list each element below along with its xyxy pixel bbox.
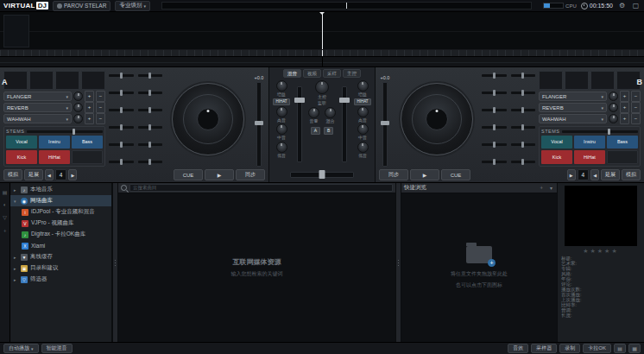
settings-gear-icon[interactable]: ⚙ [617, 2, 627, 9]
stem-filter-b-button[interactable]: HIHAT [354, 98, 370, 105]
stem-pad-instru[interactable]: Instru [39, 136, 70, 149]
mixer-tab-sampler[interactable]: 采样 [323, 69, 341, 78]
play-button[interactable]: ▶ [205, 169, 234, 180]
fx-plus-button[interactable]: + [620, 102, 629, 113]
fx-slider[interactable] [138, 143, 163, 146]
fx-minus-button[interactable]: − [631, 113, 641, 124]
fx-slider[interactable] [109, 126, 134, 129]
fx-amount-knob[interactable] [73, 92, 83, 101]
stem-filter-a-button[interactable]: HIHAT [273, 98, 289, 105]
jog-wheel[interactable] [172, 83, 244, 155]
gain-knob-a[interactable] [276, 80, 287, 92]
expand-arrow-icon[interactable]: ▸ [14, 266, 18, 271]
fx-slider[interactable] [511, 109, 536, 111]
fullscreen-icon[interactable]: ▢ [631, 2, 641, 9]
fx-slider[interactable] [109, 143, 134, 146]
eq-low-knob-b[interactable] [357, 142, 369, 153]
sample-slot[interactable] [55, 71, 79, 90]
mixer-tab-mixer[interactable]: 混音 [283, 69, 301, 78]
loop-half-button[interactable]: ◀ [45, 169, 54, 180]
fx-plus-button[interactable]: + [85, 91, 94, 102]
volume-fader-b[interactable] [342, 86, 347, 162]
sample-slot[interactable] [81, 71, 105, 90]
cue-button[interactable]: CUE [174, 169, 203, 180]
fx-minus-button[interactable]: − [96, 102, 105, 113]
fx-select-flanger[interactable]: FLANGER ▾ [539, 92, 607, 101]
effects-panel-button[interactable]: 音效 [508, 344, 528, 353]
stem-pad-hihat[interactable]: HiHat [39, 150, 70, 165]
fx-plus-button[interactable]: + [85, 102, 94, 113]
stem-pad-kick[interactable]: Kick [541, 150, 572, 165]
filter-icon[interactable]: ▽ [3, 214, 7, 220]
chevron-down-icon[interactable]: ▾ [548, 185, 554, 191]
fx-select-reverb[interactable]: REVERB ▾ [539, 103, 607, 112]
folders-icon[interactable]: ▤ [3, 189, 8, 195]
cue-mix-knob[interactable] [325, 107, 336, 118]
jog-wheel[interactable] [401, 83, 473, 155]
fx-slider[interactable] [482, 74, 507, 77]
panel-splitter[interactable] [112, 183, 118, 342]
sidebar-item-digitrax[interactable]: ♪ Digitrax - 卡拉OK曲库 [10, 229, 111, 240]
sync-button[interactable]: 同步 [236, 169, 265, 180]
search-input[interactable]: 云搜索曲目 [129, 184, 393, 192]
fx-slider[interactable] [511, 74, 536, 77]
eq-mid-knob-a[interactable] [276, 123, 287, 135]
eq-mid-knob-b[interactable] [357, 123, 369, 135]
stem-pad-bass[interactable]: Bass [607, 136, 638, 149]
fx-slider[interactable] [482, 92, 507, 94]
sidebar-item-folders-suggestions[interactable]: ▸ ▣ 目录和建议 [10, 262, 111, 274]
stem-pad-vocal[interactable]: Vocal [541, 136, 572, 149]
deck-a-overview-wave[interactable] [0, 57, 322, 66]
fx-slider[interactable] [109, 161, 134, 163]
stem-pad-vocal[interactable]: Vocal [6, 136, 37, 149]
mixer-tab-video[interactable]: 视频 [303, 69, 321, 78]
fx-slider[interactable] [109, 92, 134, 94]
loop-mode-button[interactable]: 模拟 [3, 169, 22, 180]
pfl-a-button[interactable]: A [311, 127, 320, 135]
fx-minus-button[interactable]: − [631, 91, 641, 102]
shortcut-empty-state[interactable]: 将任意文件夹拖放至此处 也可以点击下面图标 [401, 193, 557, 342]
fx-slider[interactable] [138, 161, 163, 163]
fx-select-reverb[interactable]: REVERB ▾ [3, 103, 72, 112]
karaoke-button[interactable]: 卡拉OK [583, 344, 611, 353]
cue-button[interactable]: CUE [441, 169, 470, 180]
stem-pad-hihat[interactable]: HiHat [574, 150, 605, 165]
fx-slider[interactable] [109, 74, 134, 77]
sidebar-item-xiami[interactable]: X Xiami [10, 240, 111, 251]
record-button[interactable]: 录制 [559, 344, 580, 353]
sample-slot[interactable] [590, 71, 615, 90]
fx-slider[interactable] [511, 143, 536, 146]
collapse-arrow-icon[interactable]: ▾ [14, 199, 18, 204]
list-view-icon[interactable]: ▤ [614, 344, 626, 353]
loop-half-button[interactable]: ◀ [590, 169, 599, 180]
loop-double-button[interactable]: ▶ [68, 169, 77, 180]
fx-amount-knob[interactable] [609, 92, 618, 101]
cue-volume-knob[interactable] [308, 107, 319, 118]
sidebar-item-idjpool[interactable]: i iDJPool - 专业音频和混音 [10, 206, 111, 218]
sidebar-item-filters[interactable]: ▸ ▽ 筛选器 [10, 274, 111, 285]
eq-low-knob-a[interactable] [276, 142, 287, 153]
add-icon[interactable]: ＋ [3, 227, 8, 235]
eye-icon[interactable]: ◐ [3, 202, 7, 207]
fx-amount-knob[interactable] [609, 114, 618, 123]
mixer-tab-master[interactable]: 主控 [343, 69, 361, 78]
fx-select-wahwah[interactable]: WAHWAH ▾ [3, 114, 72, 123]
stem-pad-instru[interactable]: Instru [574, 136, 605, 149]
fx-select-flanger[interactable]: FLANGER ▾ [3, 92, 72, 101]
star-rating[interactable]: ★★★★★ [561, 248, 641, 255]
fx-plus-button[interactable]: + [620, 113, 629, 124]
fx-minus-button[interactable]: − [631, 102, 641, 113]
sync-button[interactable]: 同步 [379, 169, 408, 180]
expand-arrow-icon[interactable]: ▸ [14, 255, 18, 260]
fx-plus-button[interactable]: + [85, 113, 94, 124]
user-menu[interactable]: PAROV STELAR [53, 1, 110, 11]
eq-high-knob-a[interactable] [276, 106, 287, 117]
expand-arrow-icon[interactable]: ▸ [14, 187, 18, 193]
sample-slot[interactable] [29, 71, 54, 90]
fx-slider[interactable] [138, 92, 163, 94]
add-folder-icon[interactable]: ＋ [537, 184, 546, 192]
sidebar-item-local-music[interactable]: ▸ ♪ 本地音乐 [10, 184, 111, 195]
fx-minus-button[interactable]: − [96, 91, 105, 102]
fx-slider[interactable] [511, 92, 536, 94]
loop-double-button[interactable]: ▶ [567, 169, 576, 180]
